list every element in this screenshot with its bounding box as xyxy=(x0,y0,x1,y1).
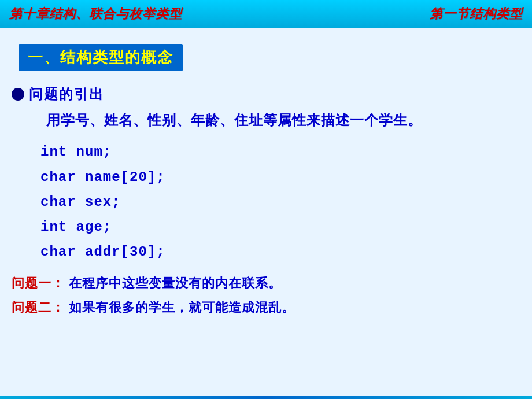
header-left-title: 第十章结构、联合与枚举类型 xyxy=(9,5,182,23)
code-line-3: char sex; xyxy=(40,190,520,215)
code-line-4: int age; xyxy=(40,215,520,239)
slide-container: 第十章结构、联合与枚举类型 第一节结构类型 一、结构类型的概念 问题的引出 用学… xyxy=(0,0,532,399)
bottom-bar xyxy=(0,396,532,399)
bullet-label: 问题的引出 xyxy=(29,85,104,104)
code-block: int num; char name[20]; char sex; int ag… xyxy=(40,139,520,264)
header-bar: 第十章结构、联合与枚举类型 第一节结构类型 xyxy=(0,0,532,28)
code-line-5: char addr[30]; xyxy=(40,239,520,264)
problem-line-1: 问题一： 在程序中这些变量没有的内在联系。 xyxy=(12,272,520,294)
problem1-label: 问题一： xyxy=(12,276,65,290)
problem2-content: 如果有很多的学生，就可能造成混乱。 xyxy=(69,300,295,315)
problem-line-2: 问题二： 如果有很多的学生，就可能造成混乱。 xyxy=(12,297,520,318)
section-title: 一、结构类型的概念 xyxy=(28,49,173,66)
code-line-1: int num; xyxy=(40,139,520,164)
header-right-title: 第一节结构类型 xyxy=(430,5,523,23)
problem-intro-row: 问题的引出 xyxy=(12,85,520,104)
problem1-content: 在程序中这些变量没有的内在联系。 xyxy=(69,276,282,290)
main-content: 问题的引出 用学号、姓名、性别、年龄、住址等属性来描述一个学生。 int num… xyxy=(0,80,532,396)
section-title-bar: 一、结构类型的概念 xyxy=(19,44,183,71)
description-paragraph: 用学号、姓名、性别、年龄、住址等属性来描述一个学生。 xyxy=(12,109,520,131)
code-line-2: char name[20]; xyxy=(40,165,520,190)
problem2-label: 问题二： xyxy=(12,300,65,315)
bullet-dot xyxy=(12,88,24,101)
